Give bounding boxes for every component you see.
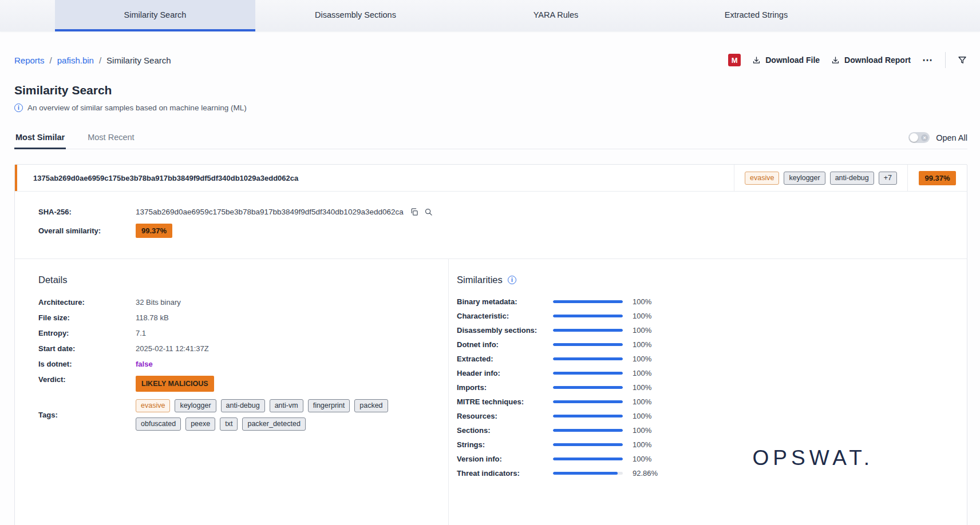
tab-similarity-search[interactable]: Similarity Search bbox=[55, 0, 255, 31]
tab-yara-rules[interactable]: YARA Rules bbox=[456, 0, 656, 31]
sha256-row: SHA-256: 1375ab269d0ae6959c175be3b78ba91… bbox=[38, 208, 967, 216]
overall-similarity-badge: 99.37% bbox=[136, 224, 172, 238]
tag-pill: packed bbox=[354, 399, 388, 412]
tab-extracted-strings[interactable]: Extracted Strings bbox=[656, 0, 856, 31]
download-report-label: Download Report bbox=[844, 55, 911, 65]
tag-pill: packer_detected bbox=[242, 417, 305, 431]
page-title: Similarity Search bbox=[14, 83, 967, 97]
opswat-logo: OPSWAT. bbox=[753, 446, 874, 470]
similarity-label: Strings: bbox=[457, 440, 553, 449]
download-file-button[interactable]: Download File bbox=[752, 55, 820, 65]
info-icon bbox=[508, 276, 516, 284]
sha-actions bbox=[410, 208, 433, 216]
similarity-row: Imports:100% bbox=[457, 383, 967, 392]
similarity-percent: 100% bbox=[633, 369, 651, 377]
breadcrumb-separator: / bbox=[99, 55, 101, 65]
tag-pill: anti-debug bbox=[830, 172, 874, 185]
similarity-label: MITRE techniques: bbox=[457, 397, 553, 406]
detail-label: Verdict: bbox=[38, 375, 136, 394]
similarity-progress-track bbox=[553, 386, 623, 389]
detail-label: Tags: bbox=[38, 410, 136, 420]
detail-row: Architecture:32 Bits binary bbox=[38, 297, 437, 308]
detail-row: Is dotnet:false bbox=[38, 359, 437, 369]
similarity-percent: 92.86% bbox=[633, 469, 658, 478]
detail-row: Start date:2025-02-11 12:41:37Z bbox=[38, 344, 437, 354]
detail-label: Architecture: bbox=[38, 297, 136, 308]
header-divider bbox=[945, 52, 946, 68]
tab-disassembly-sections[interactable]: Disassembly Sections bbox=[255, 0, 456, 31]
similarity-label: Threat indicators: bbox=[457, 469, 553, 478]
header-actions: M Download File Download Report ⋯ bbox=[728, 52, 967, 68]
tag-pill: txt bbox=[220, 417, 238, 431]
similarity-progress-track bbox=[553, 443, 623, 446]
similarities-title: Similarities bbox=[457, 275, 967, 285]
similarity-label: Resources: bbox=[457, 412, 553, 420]
overall-similarity-row: Overall similarity: 99.37% bbox=[38, 224, 967, 238]
search-icon[interactable] bbox=[424, 208, 433, 216]
similarity-row: Dotnet info:100% bbox=[457, 340, 967, 349]
breadcrumb-reports-link[interactable]: Reports bbox=[14, 55, 45, 65]
similarity-row: Characteristic:100% bbox=[457, 312, 967, 320]
tab-most-similar[interactable]: Most Similar bbox=[14, 129, 66, 149]
breadcrumb-separator: / bbox=[50, 55, 52, 65]
similarity-progress-track bbox=[553, 329, 623, 332]
view-tabs: Most Similar Most Recent × Open All bbox=[14, 129, 967, 149]
similarity-row: Resources:100% bbox=[457, 412, 967, 420]
copy-icon[interactable] bbox=[410, 208, 418, 216]
similarities-rows: Binary metadata:100%Characteristic:100%D… bbox=[457, 297, 967, 478]
tag-pill: peexe bbox=[185, 417, 215, 431]
similarity-progress-fill bbox=[553, 357, 623, 360]
similarity-progress-track bbox=[553, 357, 623, 360]
result-card-header[interactable]: 1375ab269d0ae6959c175be3b78ba917bb3849f9… bbox=[15, 165, 967, 192]
detail-row: Entropy:7.1 bbox=[38, 328, 437, 339]
open-all-label: Open All bbox=[936, 133, 967, 142]
similarity-progress-fill bbox=[553, 372, 623, 375]
tag-pill: obfuscated bbox=[136, 417, 181, 431]
breadcrumb-current: Similarity Search bbox=[106, 55, 171, 65]
info-icon bbox=[14, 104, 23, 112]
similarity-label: Dotnet info: bbox=[457, 340, 553, 349]
verdict-badge: LIKELY MALICIOUS bbox=[136, 376, 214, 392]
similarity-progress-track bbox=[553, 429, 623, 432]
more-actions-button[interactable]: ⋯ bbox=[922, 54, 934, 66]
similarity-percent: 100% bbox=[633, 383, 651, 392]
similarity-percent: 100% bbox=[633, 326, 651, 335]
breadcrumb-file-link[interactable]: pafish.bin bbox=[57, 55, 94, 65]
tag-pill: evasive bbox=[136, 399, 170, 412]
overall-similarity-label: Overall similarity: bbox=[38, 226, 136, 235]
details-section: Details Architecture:32 Bits binaryFile … bbox=[15, 259, 449, 525]
detail-label: File size: bbox=[38, 313, 136, 323]
tab-most-recent[interactable]: Most Recent bbox=[86, 129, 135, 149]
filter-button[interactable] bbox=[957, 55, 967, 65]
similarity-row: Disassembly sections:100% bbox=[457, 326, 967, 335]
result-card-body: Details Architecture:32 Bits binaryFile … bbox=[15, 259, 967, 525]
similarity-percent: 100% bbox=[633, 355, 651, 363]
similarity-progress-fill bbox=[553, 415, 623, 417]
similarity-progress-fill bbox=[553, 300, 623, 303]
download-file-label: Download File bbox=[765, 55, 820, 65]
detail-row: Verdict:LIKELY MALICIOUS bbox=[38, 375, 437, 394]
result-card-tags: evasivekeyloggeranti-debug+7 bbox=[734, 165, 907, 191]
result-card: 1375ab269d0ae6959c175be3b78ba917bb3849f9… bbox=[14, 164, 967, 525]
similarity-progress-fill bbox=[553, 429, 623, 432]
similarity-row: Threat indicators:92.86% bbox=[457, 469, 967, 478]
detail-value: 32 Bits binary bbox=[136, 297, 181, 308]
similarity-label: Sections: bbox=[457, 426, 553, 435]
detail-value: 2025-02-11 12:41:37Z bbox=[136, 344, 209, 354]
hash-summary-section: SHA-256: 1375ab269d0ae6959c175be3b78ba91… bbox=[15, 192, 967, 259]
download-report-button[interactable]: Download Report bbox=[831, 55, 911, 65]
similarity-percent: 100% bbox=[633, 412, 651, 420]
download-icon bbox=[831, 56, 840, 65]
similarity-progress-fill bbox=[553, 315, 623, 317]
tag-pill: evasive bbox=[745, 172, 779, 185]
tag-pill: fingerprint bbox=[308, 399, 350, 412]
similarity-row: Extracted:100% bbox=[457, 355, 967, 363]
similarity-percent: 100% bbox=[633, 455, 651, 463]
similarity-progress-track bbox=[553, 315, 623, 317]
similarities-section: Similarities Binary metadata:100%Charact… bbox=[449, 259, 967, 525]
similarity-progress-fill bbox=[553, 472, 618, 475]
toggle-off-x-icon: × bbox=[921, 134, 928, 141]
similarity-progress-fill bbox=[553, 443, 623, 446]
detail-value: 7.1 bbox=[136, 328, 146, 339]
open-all-toggle[interactable]: × bbox=[908, 132, 930, 143]
